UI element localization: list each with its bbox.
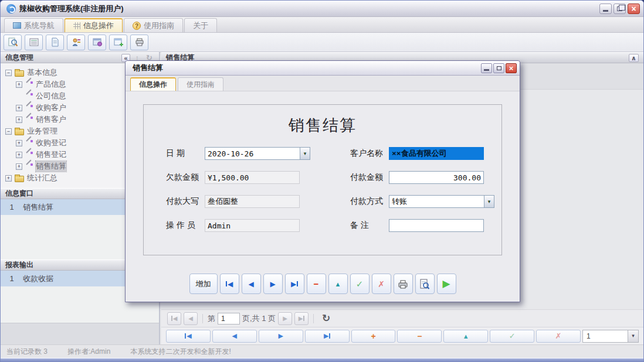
customer-input[interactable] — [389, 147, 484, 160]
print-button[interactable] — [394, 274, 413, 294]
edit-record-button[interactable]: ▲ — [443, 330, 488, 343]
plus-expander-icon[interactable] — [16, 140, 22, 146]
last-record-button[interactable]: ▶ — [305, 330, 350, 343]
expander-spacer — [16, 93, 22, 100]
refresh-icon[interactable]: ↻ — [322, 312, 330, 325]
tab-system-nav[interactable]: 系统导航 — [4, 18, 63, 32]
dialog-maximize-button[interactable] — [493, 63, 504, 73]
plus-expander-icon[interactable] — [16, 117, 22, 123]
payment-method-input[interactable] — [389, 195, 484, 208]
first-record-button[interactable]: ◀ — [220, 274, 239, 294]
sidebar-header-label: 信息管理 — [5, 53, 33, 63]
remark-input[interactable] — [389, 219, 484, 232]
minus-expander-icon[interactable] — [5, 70, 12, 76]
tab-label: 系统导航 — [24, 21, 55, 31]
plus-expander-icon[interactable] — [16, 163, 22, 170]
tree-label: 公司信息 — [36, 91, 66, 101]
page-number-input[interactable] — [218, 313, 240, 325]
plus-expander-icon[interactable] — [16, 105, 22, 111]
cancel-button[interactable]: ✗ — [372, 274, 391, 294]
tab-user-guide[interactable]: ? 使用指南 — [124, 18, 183, 32]
tree-label: 收购登记 — [36, 138, 66, 148]
collapse-up-icon[interactable]: ∧ — [629, 54, 639, 62]
save-record-button[interactable]: ✓ — [490, 330, 534, 343]
minimize-button[interactable] — [599, 4, 612, 14]
list-view-button[interactable] — [25, 35, 43, 50]
tools-icon — [25, 81, 33, 88]
document-icon — [50, 37, 60, 47]
window-globe-icon — [92, 37, 103, 47]
last-record-button[interactable]: ▶ — [285, 274, 304, 294]
delete-icon: − — [314, 279, 319, 289]
printer-icon — [134, 37, 145, 47]
tree-label: 销售结算 — [36, 161, 66, 172]
tree-label: 收购客户 — [36, 103, 66, 113]
dialog-tab-info-operation[interactable]: 信息操作 — [130, 77, 176, 91]
print-preview-button[interactable] — [415, 274, 435, 294]
plus-expander-icon[interactable] — [16, 81, 22, 88]
prev-record-button[interactable]: ◀ — [242, 274, 261, 294]
first-page-button[interactable]: ◀ — [167, 312, 181, 325]
status-note-label: 本系统支持二次开发和全新开发! — [130, 347, 231, 357]
dialog-body: 销售结算 日 期 ▾ 客户名称 欠款金额 付款金额 — [126, 91, 520, 301]
main-tab-strip: 系统导航 信息操作 ? 使用指南 关于 — [1, 17, 643, 33]
add-button[interactable]: 增加 — [189, 274, 218, 294]
tree-label: 销售客户 — [36, 114, 66, 125]
chevron-down-icon[interactable]: ▾ — [484, 195, 494, 208]
dialog-title-bar: 销售结算 × — [126, 61, 520, 76]
cancel-record-button[interactable]: ✗ — [536, 330, 581, 343]
list-icon — [29, 37, 39, 47]
tools-icon — [25, 139, 33, 147]
delete-record-button[interactable]: − — [397, 330, 442, 343]
prev-record-button[interactable]: ◀ — [212, 330, 257, 343]
date-input[interactable] — [205, 147, 300, 160]
page-prefix-label: 第 — [208, 313, 215, 324]
operator-field — [205, 219, 300, 232]
tab-about[interactable]: 关于 — [184, 18, 217, 32]
first-record-button[interactable]: ◀ — [166, 330, 211, 343]
add-icon: + — [371, 332, 375, 341]
close-icon: × — [631, 4, 636, 13]
delete-button[interactable]: − — [307, 274, 326, 294]
close-icon: × — [509, 64, 514, 73]
plus-expander-icon[interactable] — [5, 175, 12, 182]
run-button[interactable]: ▶ — [437, 274, 456, 294]
operator-label: 操作者:Admin — [67, 347, 110, 357]
print-icon — [397, 278, 409, 290]
search-button[interactable] — [4, 35, 22, 50]
next-record-button[interactable]: ▶ — [259, 330, 303, 343]
record-navbar: ◀ ◀ ▶ ▶ + − ▲ ✓ ✗ 1 ▾ — [161, 327, 643, 344]
window-view-button[interactable] — [88, 35, 106, 50]
next-page-button[interactable]: ▶ — [278, 312, 292, 325]
minus-expander-icon[interactable] — [5, 128, 12, 135]
tab-label: 使用指南 — [187, 80, 215, 90]
dialog-tab-user-guide[interactable]: 使用指南 — [178, 77, 223, 91]
close-button[interactable]: × — [628, 4, 640, 14]
table-add-button[interactable] — [109, 35, 127, 50]
chevron-down-icon[interactable]: ▾ — [300, 147, 310, 160]
form-title: 销售结算 — [144, 115, 501, 136]
cancel-icon: ✗ — [378, 279, 385, 289]
app-window: 辣椒收购管理系统(非注册用户) × 系统导航 信息操作 ? 使用指南 关于 — [0, 0, 644, 362]
tree-label: 业务管理 — [27, 126, 57, 136]
prev-page-button[interactable]: ◀ — [184, 312, 198, 325]
add-record-button[interactable]: + — [351, 330, 396, 343]
remark-label: 备 注 — [350, 220, 389, 231]
last-record-icon: ▶ — [291, 280, 296, 288]
payment-input[interactable] — [389, 171, 484, 184]
tab-info-operation[interactable]: 信息操作 — [65, 18, 123, 32]
page-size-select[interactable]: 1 ▾ — [582, 330, 639, 343]
user-button[interactable] — [67, 35, 85, 50]
next-record-button[interactable]: ▶ — [263, 274, 283, 294]
print-preview-icon — [419, 278, 431, 290]
last-page-button[interactable]: ▶ — [294, 312, 309, 325]
commit-icon: ✓ — [509, 332, 516, 340]
plus-expander-icon[interactable] — [16, 152, 22, 158]
edit-button[interactable]: ▲ — [328, 274, 348, 294]
dialog-minimize-button[interactable] — [481, 63, 492, 73]
save-button[interactable]: ✓ — [350, 274, 370, 294]
document-button[interactable] — [46, 35, 64, 50]
printer-button[interactable] — [130, 35, 148, 50]
restore-button[interactable] — [614, 4, 626, 14]
dialog-close-button[interactable]: × — [506, 63, 517, 73]
